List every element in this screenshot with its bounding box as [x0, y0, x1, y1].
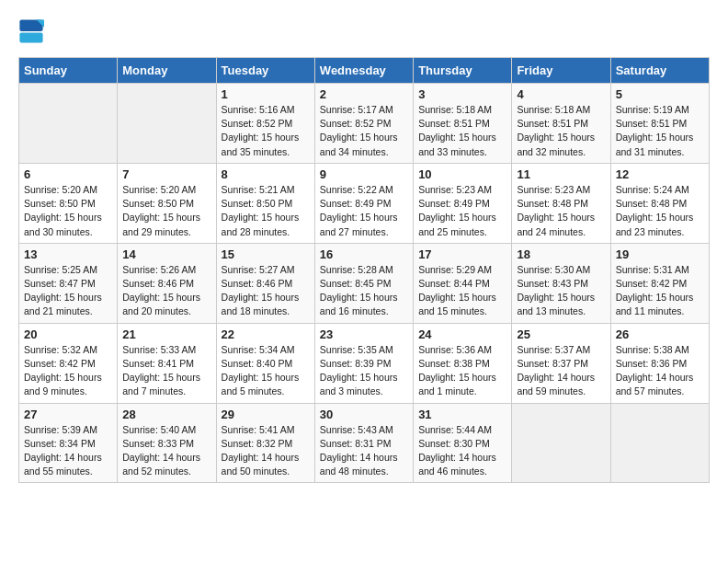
cell-line: Sunrise: 5:20 AM	[122, 184, 196, 195]
calendar-week-2: 6Sunrise: 5:20 AMSunset: 8:50 PMDaylight…	[19, 163, 710, 243]
cell-line: Daylight: 15 hours and 18 minutes.	[222, 292, 300, 316]
calendar-cell: 19Sunrise: 5:31 AMSunset: 8:42 PMDayligh…	[610, 243, 709, 323]
cell-line: Sunrise: 5:38 AM	[616, 344, 689, 355]
cell-line: Sunset: 8:31 PM	[320, 438, 392, 449]
calendar-cell	[610, 403, 709, 483]
cell-line: Sunrise: 5:41 AM	[222, 424, 295, 435]
calendar-cell: 22Sunrise: 5:34 AMSunset: 8:40 PMDayligh…	[216, 323, 314, 403]
day-number: 5	[616, 87, 704, 101]
cell-line: Sunrise: 5:29 AM	[418, 264, 492, 275]
day-number: 19	[616, 247, 704, 261]
day-number: 3	[418, 87, 506, 101]
cell-line: Daylight: 15 hours and 23 minutes.	[616, 212, 694, 236]
day-number: 22	[222, 327, 310, 341]
cell-line: Sunrise: 5:18 AM	[418, 104, 492, 115]
cell-line: Sunset: 8:50 PM	[122, 198, 194, 209]
calendar-cell: 23Sunrise: 5:35 AMSunset: 8:39 PMDayligh…	[314, 323, 413, 403]
cell-line: Sunrise: 5:25 AM	[24, 264, 97, 275]
cell-content: Sunrise: 5:40 AMSunset: 8:33 PMDaylight:…	[122, 423, 210, 479]
calendar-cell: 25Sunrise: 5:37 AMSunset: 8:37 PMDayligh…	[512, 323, 610, 403]
cell-line: Sunset: 8:42 PM	[24, 358, 96, 369]
cell-content: Sunrise: 5:26 AMSunset: 8:46 PMDaylight:…	[122, 263, 210, 319]
calendar-cell: 5Sunrise: 5:19 AMSunset: 8:51 PMDaylight…	[610, 84, 709, 164]
cell-content: Sunrise: 5:34 AMSunset: 8:40 PMDaylight:…	[222, 343, 310, 399]
cell-line: Daylight: 15 hours and 33 minutes.	[418, 132, 496, 156]
cell-content: Sunrise: 5:16 AMSunset: 8:52 PMDaylight:…	[222, 103, 310, 159]
calendar-cell: 29Sunrise: 5:41 AMSunset: 8:32 PMDayligh…	[216, 403, 314, 483]
calendar-cell: 14Sunrise: 5:26 AMSunset: 8:46 PMDayligh…	[118, 243, 216, 323]
calendar-cell: 3Sunrise: 5:18 AMSunset: 8:51 PMDaylight…	[414, 84, 512, 164]
cell-line: Daylight: 15 hours and 24 minutes.	[517, 212, 595, 236]
cell-line: Sunset: 8:32 PM	[222, 438, 293, 449]
day-number: 14	[122, 247, 210, 261]
cell-line: Daylight: 15 hours and 32 minutes.	[517, 132, 595, 156]
cell-line: Daylight: 15 hours and 20 minutes.	[122, 292, 200, 316]
day-number: 28	[122, 408, 210, 421]
calendar-cell	[118, 84, 216, 164]
calendar-cell: 24Sunrise: 5:36 AMSunset: 8:38 PMDayligh…	[414, 323, 512, 403]
cell-line: Sunrise: 5:35 AM	[320, 344, 393, 355]
cell-line: Sunrise: 5:23 AM	[517, 184, 590, 195]
day-number: 17	[418, 247, 506, 261]
cell-line: Sunset: 8:34 PM	[24, 438, 96, 449]
cell-line: Sunrise: 5:20 AM	[24, 184, 97, 195]
cell-line: Sunset: 8:46 PM	[122, 278, 194, 289]
calendar-table: SundayMondayTuesdayWednesdayThursdayFrid…	[18, 57, 710, 483]
cell-content: Sunrise: 5:27 AMSunset: 8:46 PMDaylight:…	[222, 263, 310, 319]
cell-content: Sunrise: 5:29 AMSunset: 8:44 PMDaylight:…	[418, 263, 506, 319]
calendar-cell: 31Sunrise: 5:44 AMSunset: 8:30 PMDayligh…	[414, 403, 512, 483]
cell-line: Sunset: 8:41 PM	[122, 358, 194, 369]
calendar-cell: 18Sunrise: 5:30 AMSunset: 8:43 PMDayligh…	[512, 243, 610, 323]
cell-line: Sunset: 8:48 PM	[616, 198, 688, 209]
cell-line: Sunset: 8:49 PM	[320, 198, 392, 209]
cell-line: Sunrise: 5:36 AM	[418, 344, 492, 355]
day-number: 18	[517, 247, 605, 261]
cell-content: Sunrise: 5:25 AMSunset: 8:47 PMDaylight:…	[24, 263, 112, 319]
cell-line: Sunrise: 5:18 AM	[517, 104, 590, 115]
day-number: 11	[517, 167, 605, 181]
cell-content: Sunrise: 5:20 AMSunset: 8:50 PMDaylight:…	[24, 183, 112, 239]
cell-content: Sunrise: 5:44 AMSunset: 8:30 PMDaylight:…	[418, 423, 506, 479]
cell-line: Sunrise: 5:40 AM	[122, 424, 196, 435]
cell-line: Sunrise: 5:39 AM	[24, 424, 97, 435]
cell-content: Sunrise: 5:32 AMSunset: 8:42 PMDaylight:…	[24, 343, 112, 399]
cell-line: Daylight: 14 hours and 50 minutes.	[222, 452, 300, 477]
calendar-cell	[19, 84, 118, 164]
calendar-week-3: 13Sunrise: 5:25 AMSunset: 8:47 PMDayligh…	[19, 243, 710, 323]
cell-line: Sunset: 8:37 PM	[517, 358, 588, 369]
cell-line: Daylight: 15 hours and 28 minutes.	[222, 212, 300, 236]
cell-content: Sunrise: 5:23 AMSunset: 8:48 PMDaylight:…	[517, 183, 605, 239]
cell-line: Daylight: 15 hours and 1 minute.	[418, 372, 496, 396]
day-number: 21	[122, 327, 210, 341]
day-header-thursday: Thursday	[414, 58, 512, 84]
cell-line: Daylight: 15 hours and 13 minutes.	[517, 292, 595, 316]
calendar-cell: 9Sunrise: 5:22 AMSunset: 8:49 PMDaylight…	[314, 163, 413, 243]
calendar-cell: 16Sunrise: 5:28 AMSunset: 8:45 PMDayligh…	[314, 243, 413, 323]
cell-line: Sunrise: 5:22 AM	[320, 184, 393, 195]
svg-rect-1	[19, 32, 42, 42]
calendar-week-4: 20Sunrise: 5:32 AMSunset: 8:42 PMDayligh…	[19, 323, 710, 403]
calendar-cell: 30Sunrise: 5:43 AMSunset: 8:31 PMDayligh…	[314, 403, 413, 483]
calendar-cell: 15Sunrise: 5:27 AMSunset: 8:46 PMDayligh…	[216, 243, 314, 323]
day-number: 9	[320, 167, 408, 181]
logo	[18, 18, 46, 44]
cell-content: Sunrise: 5:23 AMSunset: 8:49 PMDaylight:…	[418, 183, 506, 239]
cell-line: Sunset: 8:39 PM	[320, 358, 392, 369]
day-header-sunday: Sunday	[19, 58, 118, 84]
cell-content: Sunrise: 5:39 AMSunset: 8:34 PMDaylight:…	[24, 423, 112, 479]
cell-line: Sunset: 8:36 PM	[616, 358, 688, 369]
calendar-cell: 17Sunrise: 5:29 AMSunset: 8:44 PMDayligh…	[414, 243, 512, 323]
day-number: 31	[418, 408, 506, 421]
page: SundayMondayTuesdayWednesdayThursdayFrid…	[0, 0, 728, 497]
cell-line: Sunset: 8:40 PM	[222, 358, 293, 369]
day-header-saturday: Saturday	[610, 58, 709, 84]
calendar-cell: 1Sunrise: 5:16 AMSunset: 8:52 PMDaylight…	[216, 84, 314, 164]
calendar-week-5: 27Sunrise: 5:39 AMSunset: 8:34 PMDayligh…	[19, 403, 710, 483]
cell-line: Daylight: 14 hours and 46 minutes.	[418, 452, 496, 477]
calendar-cell: 4Sunrise: 5:18 AMSunset: 8:51 PMDaylight…	[512, 84, 610, 164]
cell-content: Sunrise: 5:17 AMSunset: 8:52 PMDaylight:…	[320, 103, 408, 159]
cell-line: Sunset: 8:38 PM	[418, 358, 490, 369]
calendar-cell: 13Sunrise: 5:25 AMSunset: 8:47 PMDayligh…	[19, 243, 118, 323]
day-number: 12	[616, 167, 704, 181]
day-number: 4	[517, 87, 605, 101]
